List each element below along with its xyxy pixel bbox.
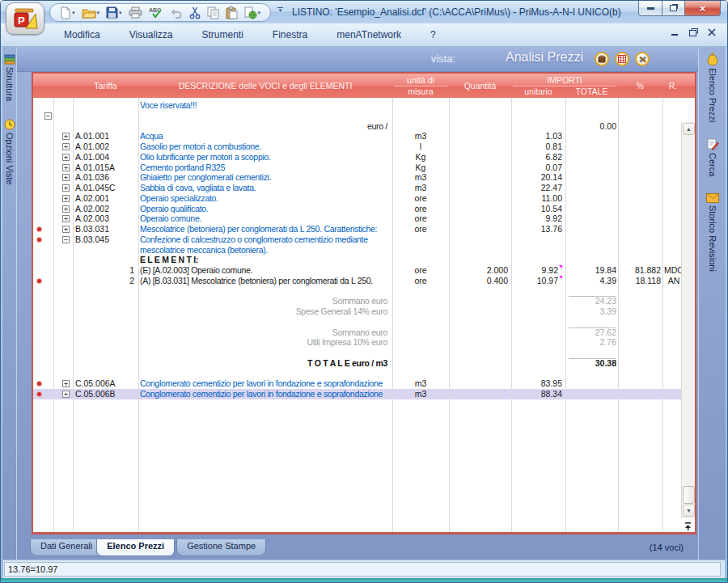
record-nav [681, 522, 695, 532]
table-row[interactable] [33, 286, 684, 297]
header-totale[interactable]: TOTALE [565, 87, 618, 96]
table-row[interactable]: euro /0.00 [33, 121, 684, 132]
tree-toggle-icon[interactable]: + [62, 215, 70, 222]
menu-help[interactable]: ? [419, 27, 447, 43]
mdi-minimize-icon[interactable] [671, 28, 679, 36]
restore-button[interactable] [662, 1, 685, 16]
export-button[interactable]: ▾ [243, 5, 263, 21]
cut-button[interactable] [188, 5, 202, 21]
tree-toggle-icon[interactable]: − [44, 112, 52, 120]
print-button[interactable] [127, 5, 144, 21]
scroll-down-icon[interactable]: ▼ [683, 505, 695, 517]
cell-tariffa: A.02.003 [75, 213, 137, 224]
copy-button[interactable] [205, 5, 221, 21]
table-row[interactable]: − [33, 111, 684, 121]
table-row[interactable]: Sommano euro27.62 [33, 327, 684, 338]
seal-icon[interactable] [595, 52, 609, 66]
undo-button[interactable] [168, 5, 184, 21]
scroll-up-icon[interactable]: ▲ [683, 123, 695, 135]
table-row[interactable]: Voce riservata!!! [33, 100, 684, 111]
tab-elenco-prezzi[interactable]: Elenco Prezzi [96, 539, 175, 556]
toolbar-overflow-icon[interactable]: ▾ [277, 7, 283, 12]
sidebar-tab-struttura[interactable]: Struttura [2, 50, 16, 104]
spell-check-button[interactable]: ABC [147, 5, 165, 21]
table-row[interactable]: 1(E) [A.02.003] Operaio comune.ore2.0009… [33, 265, 684, 276]
header-unita-2[interactable]: misura [392, 87, 449, 96]
table-row[interactable] [33, 369, 684, 379]
table-row[interactable]: +A.01.004Olio lubrificante per motori a … [33, 152, 684, 163]
menu-visualizza[interactable]: Visualizza [118, 27, 184, 43]
table-row[interactable]: +C.05.006BConglomerato cementizio per la… [33, 389, 684, 399]
tools-icon[interactable] [635, 52, 650, 66]
mdi-close-icon[interactable] [708, 28, 716, 36]
tree-toggle-icon[interactable]: + [62, 391, 70, 398]
menu-strumenti[interactable]: Strumenti [191, 27, 255, 43]
open-button[interactable]: ▾ [80, 5, 102, 21]
menu-modifica[interactable]: Modifica [53, 27, 112, 43]
table-row[interactable]: +A.02.003Operaio comune.ore9.92 [33, 213, 684, 224]
scrollbar-thumb[interactable] [683, 486, 695, 504]
header-unita-1[interactable]: unità di [392, 75, 449, 85]
price-list-grid: Tariffa DESCRIZIONE delle VOCI e degli E… [32, 72, 696, 534]
table-row[interactable]: +A.01.002Gasolio per motori a combustion… [33, 142, 684, 152]
sidebar-tab-cerca[interactable]: Cerca [699, 135, 726, 180]
table-row[interactable]: Sommano euro24.23 [33, 296, 684, 306]
header-descrizione[interactable]: DESCRIZIONE delle VOCI e degli ELEMENTI [138, 81, 392, 91]
tree-toggle-icon[interactable]: − [62, 236, 70, 243]
menu-menatnetwork[interactable]: menATnetwork [325, 27, 413, 43]
sidebar-tab-opzioni-viste[interactable]: Opzioni Viste [2, 116, 16, 188]
tree-toggle-icon[interactable]: + [62, 226, 70, 233]
table-row[interactable]: 2(A) [B.03.031] Mescolatrice (betoniera)… [33, 276, 684, 286]
tree-toggle-icon[interactable]: + [62, 164, 70, 171]
tree-toggle-icon[interactable]: + [62, 195, 70, 202]
mdi-restore-icon[interactable] [689, 28, 698, 36]
grid-column-line [73, 98, 74, 532]
save-button[interactable]: ▾ [104, 5, 124, 21]
table-row[interactable]: +C.05.006AConglomerato cementizio per la… [33, 378, 684, 389]
table-row[interactable]: mescolatrice meccanica (betoniera). [33, 245, 684, 256]
cell-unit-price: 13.76 [511, 224, 562, 234]
header-r[interactable]: R. [662, 81, 684, 91]
header-unitario[interactable]: unitario [511, 87, 565, 96]
table-row[interactable]: +A.02.002Operaio qualificato.ore10.54 [33, 204, 684, 214]
paste-button[interactable] [224, 5, 239, 21]
table-row[interactable]: +A.01.015ACemento portland R325Kg0.07 [33, 163, 684, 173]
table-row[interactable]: +A.02.001Operaio specializzato.ore11.00 [33, 193, 684, 204]
table-row[interactable]: T O T A L E euro / m330.38 [33, 358, 684, 369]
header-importi[interactable]: IMPORTI [511, 75, 618, 85]
table-row[interactable]: Spese Generali 14% euro3.39 [33, 306, 684, 317]
vertical-scrollbar[interactable]: ▲ ▼ [681, 122, 695, 518]
app-menu-button[interactable]: P [6, 2, 44, 35]
new-document-button[interactable]: ▾ [58, 5, 77, 21]
tree-toggle-icon[interactable]: + [62, 380, 70, 387]
tree-toggle-icon[interactable]: + [62, 133, 70, 140]
tree-toggle-icon[interactable]: + [62, 143, 70, 150]
header-tariffa[interactable]: Tariffa [73, 81, 138, 91]
cell-unit-measure: Kg [394, 163, 447, 173]
cell-total: 27.62 [567, 327, 616, 338]
table-row[interactable]: Utili Impresa 10% euro2.76 [33, 337, 684, 348]
tree-toggle-icon[interactable]: + [62, 174, 70, 181]
table-row[interactable]: +A.01.036Ghiaietto per conglomerati ceme… [33, 172, 684, 183]
header-percent[interactable]: % [618, 81, 662, 91]
table-row[interactable]: +A.01.001Acquam31.03 [33, 131, 684, 142]
first-item-icon[interactable] [684, 522, 692, 530]
tree-toggle-icon[interactable]: + [62, 184, 70, 192]
close-button[interactable]: × [685, 1, 721, 16]
minimize-button[interactable] [638, 1, 662, 16]
calculator-icon[interactable] [615, 52, 629, 66]
tree-toggle-icon[interactable]: + [62, 154, 70, 161]
table-row[interactable]: E L E M E N T I: [33, 255, 684, 265]
cell-tariffa: B.03.045 [75, 234, 137, 245]
menu-finestra[interactable]: Finestra [261, 27, 319, 43]
table-row[interactable]: +B.03.031Mescolatrice (betoniera) per co… [33, 224, 684, 234]
header-quantita[interactable]: Quantità [449, 81, 511, 91]
table-row[interactable] [33, 317, 684, 327]
sidebar-tab-storico-revisioni[interactable]: Storico Revisioni [699, 190, 726, 275]
table-row[interactable] [33, 348, 684, 358]
sidebar-tab-elenco-prezzi[interactable]: Elenco Prezzi [699, 49, 726, 125]
table-row[interactable]: −B.03.045Confezione di calcestruzzo o co… [33, 234, 684, 245]
tree-toggle-icon[interactable]: + [62, 205, 70, 213]
tab-gestione-stampe[interactable]: Gestione Stampe [176, 539, 266, 556]
table-row[interactable]: +A.01.045CSabbia di cava, vagliata e lav… [33, 183, 684, 193]
